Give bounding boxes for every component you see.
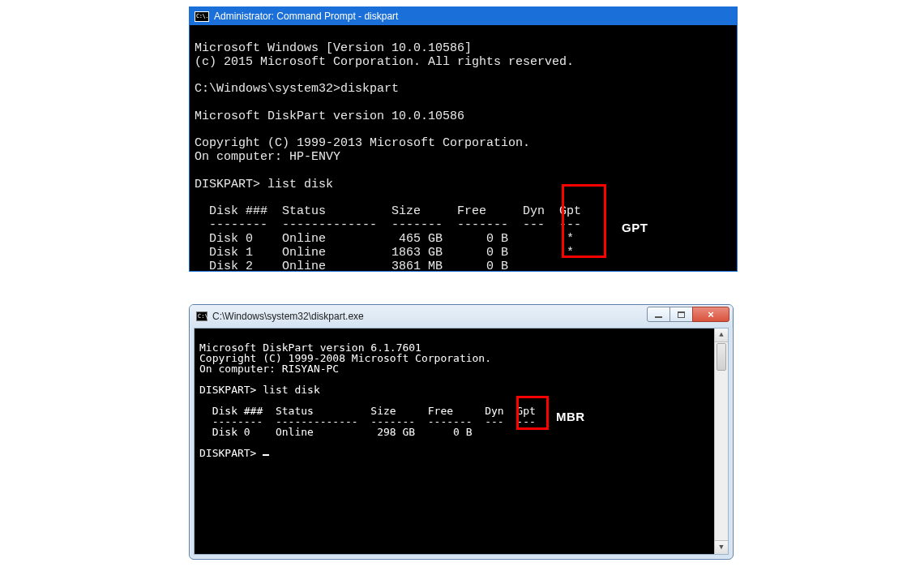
scrollbar[interactable]: ▲ ▼ [714, 328, 728, 554]
prompt-line: DISKPART> [199, 447, 269, 459]
minimize-button[interactable] [647, 307, 670, 322]
close-icon: × [708, 309, 714, 320]
out-line: DISKPART> list disk [195, 178, 333, 191]
table-row: Disk 0 Online 465 GB 0 B * [195, 232, 574, 246]
window-title: C:\Windows\system32\diskpart.exe [212, 311, 364, 322]
out-line: DISKPART> list disk [199, 384, 320, 396]
out-line: Microsoft DiskPart version 10.0.10586 [195, 110, 464, 123]
chevron-down-icon: ▼ [719, 543, 723, 552]
table-row: Disk 2 Online 3861 MB 0 B [195, 260, 508, 271]
out-line: Copyright (C) 1999-2013 Microsoft Corpor… [195, 136, 530, 150]
table-divider: -------- ------------- ------- ------- -… [195, 218, 581, 232]
cmd-icon: C:\ [196, 311, 207, 321]
scroll-thumb[interactable] [717, 343, 726, 371]
scroll-down-button[interactable]: ▼ [715, 540, 728, 554]
table-row: Disk 0 Online 298 GB 0 B [199, 426, 473, 438]
window-controls: × [648, 307, 729, 322]
terminal-output-win10[interactable]: Microsoft Windows [Version 10.0.10586] (… [190, 25, 737, 271]
table-row: Disk 1 Online 1863 GB 0 B * [195, 246, 574, 260]
minimize-icon [655, 316, 662, 318]
out-line: (c) 2015 Microsoft Corporation. All righ… [195, 55, 574, 69]
client-area: Microsoft DiskPart version 6.1.7601 Copy… [194, 328, 729, 555]
close-button[interactable]: × [692, 307, 729, 322]
maximize-button[interactable] [669, 307, 693, 322]
cursor-icon [263, 454, 269, 456]
gpt-annotation: GPT [622, 221, 648, 234]
out-line: C:\Windows\system32>diskpart [195, 82, 399, 96]
chevron-up-icon: ▲ [719, 331, 723, 339]
table-header: Disk ### Status Size Free Dyn Gpt [195, 204, 581, 218]
mbr-annotation: MBR [556, 410, 585, 423]
cmd-window-win7: C:\ C:\Windows\system32\diskpart.exe × M… [189, 304, 734, 560]
out-line: On computer: RISYAN-PC [199, 363, 339, 375]
prompt-prefix: DISKPART> [199, 447, 263, 459]
scroll-up-button[interactable]: ▲ [715, 328, 728, 342]
out-line: Microsoft Windows [Version 10.0.10586] [195, 41, 472, 55]
out-line: On computer: HP-ENVY [195, 150, 340, 164]
cmd-window-win10: C:\. Administrator: Command Prompt - dis… [189, 6, 738, 272]
terminal-output-win7[interactable]: Microsoft DiskPart version 6.1.7601 Copy… [195, 328, 728, 554]
maximize-icon [678, 311, 685, 318]
titlebar-win7[interactable]: C:\ C:\Windows\system32\diskpart.exe × [190, 305, 733, 328]
titlebar-win10[interactable]: C:\. Administrator: Command Prompt - dis… [190, 7, 737, 25]
cmd-icon: C:\. [195, 11, 209, 22]
window-title: Administrator: Command Prompt - diskpart [214, 11, 398, 22]
